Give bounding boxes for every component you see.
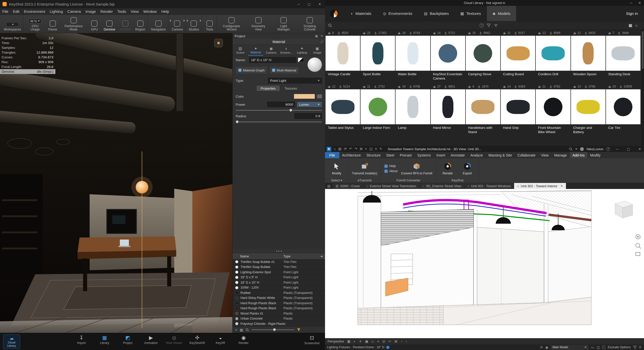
toolbar-button[interactable]: GPU (87, 15, 101, 33)
close-panel-icon[interactable]: ✕ (320, 34, 323, 38)
project-panel-header[interactable]: Project ▣ ✕ (233, 33, 325, 39)
model-thumbnail[interactable] (571, 89, 605, 124)
sign-in-button[interactable]: Sign in (626, 11, 644, 16)
toolbar-dropdown[interactable] (6, 22, 19, 27)
menu-item[interactable]: Camera (65, 9, 83, 14)
panel-drag-dots[interactable] (233, 249, 325, 253)
revit-titlebar[interactable]: R ⌂▤⟳↶↷⊞⌖◫≡✎ Snowdon Towers Sample Archi… (325, 146, 644, 152)
model-card[interactable]: 7 3848 Standing Desk (606, 30, 640, 81)
model-card[interactable]: 20 10505 Car Tire (606, 84, 640, 135)
project-tab[interactable]: ● Material (248, 45, 263, 56)
scrollbar[interactable] (641, 30, 644, 146)
view-control-icon[interactable]: ◎ (382, 339, 385, 343)
quick-access-icon[interactable]: ✎ (379, 147, 382, 151)
menu-item[interactable]: View (128, 9, 141, 14)
texture-map-icon[interactable] (317, 94, 322, 98)
toolbar-button[interactable]: Denoise (101, 15, 118, 33)
dock-item[interactable]: ◩ Project (119, 335, 137, 345)
panel-label-keyshot[interactable]: KeyShot (436, 178, 479, 183)
toolbar-dropdown[interactable]: 96 % (29, 19, 41, 23)
panel-label-select[interactable]: Select ▾ (325, 178, 348, 183)
model-card[interactable]: 12 5214 Tablet and Stylus (326, 84, 360, 135)
menu-item[interactable]: Image (83, 9, 98, 14)
thumbnail-size-slider[interactable] (252, 329, 294, 330)
quick-access-icon[interactable]: ◫ (369, 147, 372, 151)
view-control-icon[interactable]: ◐ (354, 339, 356, 343)
chevron-down-icon[interactable] (575, 148, 577, 150)
close-button[interactable]: ✕ (314, 0, 325, 8)
model-card[interactable]: 12 9089 Cordless Drill (536, 30, 570, 81)
material-list-row[interactable]: Polyvinyl Chloride - Rigid Plastic (233, 321, 325, 326)
dock-item[interactable]: ↧ Import (73, 335, 90, 345)
material-list-row[interactable]: 18" D x 15" H Point Light (233, 280, 325, 285)
view-control-icon[interactable]: ✂ (388, 339, 391, 343)
view-control-icon[interactable]: ⊠ (395, 339, 397, 343)
view-control-icon[interactable]: ▣ (365, 339, 368, 343)
toolbar-button[interactable]: Pause (46, 15, 60, 33)
library-tab[interactable]: ▦ Textures (455, 6, 487, 21)
quick-access-icon[interactable]: ≡ (375, 147, 377, 151)
model-card[interactable]: 14 5712 KeyShot Essentials Camera (431, 30, 465, 81)
toolbar-button[interactable]: Region (133, 15, 148, 33)
grid-view-icon[interactable]: ▦ (629, 23, 632, 28)
light-type-select[interactable]: Point Light (268, 78, 322, 84)
toolbar-button[interactable]: Workspaces (2, 15, 23, 33)
type-column-header[interactable]: Type (283, 254, 291, 258)
view-tab[interactable]: ⌂ SD_Exterior Street View ✕ (419, 183, 464, 189)
panel-label-etransmit[interactable]: eTransmit (348, 178, 381, 183)
material-list-row[interactable]: Thinfilm Soap Bubble #1 Thin Film (233, 259, 325, 265)
multi-material-button[interactable]: Multi-Material (269, 66, 299, 74)
material-graph-button[interactable]: Material Graph (236, 66, 267, 74)
library-tab[interactable]: ▤ Backplates (418, 6, 455, 21)
name-column-header[interactable]: Name (233, 254, 249, 258)
model-thumbnail[interactable] (431, 36, 465, 71)
model-card[interactable]: 18 8743 Water Bottle (396, 30, 430, 81)
menu-item[interactable]: Window (141, 9, 159, 14)
minimize-button[interactable]: ─ (627, 0, 635, 6)
ribbon-tab[interactable]: Modify (587, 152, 603, 158)
ribbon-tab[interactable]: Systems (414, 152, 434, 158)
exclude-options-checkbox[interactable] (602, 346, 605, 349)
material-list-row[interactable]: Rubber Plastic (Transparent) (233, 290, 325, 296)
material-list-row[interactable]: 18" D x 5" H Point Light (233, 275, 325, 280)
model-card[interactable]: 8 4520 Vintage Carafe (326, 30, 360, 81)
dock-item[interactable]: ◉ Render (235, 335, 253, 345)
convert-rfa-button[interactable]: Convert RFA to FormIt (401, 162, 432, 175)
collapse-icon[interactable]: ‹ (406, 339, 407, 343)
view-tab[interactable]: ⌂ Exterior Street View Twinmotion ✕ (363, 183, 419, 189)
dock-item[interactable]: ▦ Library (96, 335, 114, 345)
model-card[interactable]: 11 5017 Cutting Board (501, 30, 535, 81)
material-list-row[interactable]: Hard Shiny Plastic White Plastic (Transp… (233, 296, 325, 301)
model-thumbnail[interactable] (606, 89, 640, 124)
model-card[interactable]: 15 9942 Camping Stove (466, 30, 500, 81)
material-preview-sphere[interactable] (307, 57, 322, 72)
material-list-row[interactable]: Hard Rough Plastic Black Plastic (Transp… (233, 306, 325, 311)
status-icon[interactable]: ◫ (597, 345, 600, 349)
revit-logo-icon[interactable]: R (327, 147, 331, 151)
filter-icon[interactable] (633, 346, 637, 349)
minimize-button[interactable]: ─ (293, 0, 304, 8)
model-thumbnail[interactable] (501, 89, 535, 124)
dock-item[interactable]: ◍ Web Viewer (165, 335, 183, 345)
transmit-model-button[interactable]: Transmit model(s) (352, 162, 377, 175)
project-tab[interactable]: ▥ Scene (233, 45, 248, 56)
color-swatch[interactable] (294, 94, 315, 99)
power-slider-handle[interactable] (289, 109, 292, 112)
model-card[interactable]: 22 17302 Sport Bottle (361, 30, 395, 81)
model-thumbnail[interactable] (536, 36, 570, 71)
model-card[interactable]: 11 2702 Large Indoor Fern (361, 84, 395, 135)
ribbon-tab[interactable]: View (538, 152, 551, 158)
model-thumbnail[interactable] (571, 36, 605, 71)
model-thumbnail[interactable] (501, 36, 535, 71)
ribbon-tab[interactable]: Insert (434, 152, 448, 158)
quick-access-icon[interactable]: ⌖ (365, 147, 367, 151)
library-tab[interactable]: ◎ Environments (377, 6, 418, 21)
menu-item[interactable]: Edit (11, 9, 22, 14)
menu-item[interactable]: Render (98, 9, 115, 14)
view-tab[interactable]: ⌂ Unit 302 - Toward Windows ✕ (464, 183, 514, 189)
properties-tab[interactable]: Textures (280, 85, 301, 91)
list-view-icon[interactable]: ≡ (235, 328, 237, 332)
material-panel-header[interactable]: Material ⤢ (233, 39, 325, 45)
ribbon-tab[interactable]: Collaborate (515, 152, 538, 158)
close-tab-icon[interactable]: ✕ (560, 184, 563, 188)
